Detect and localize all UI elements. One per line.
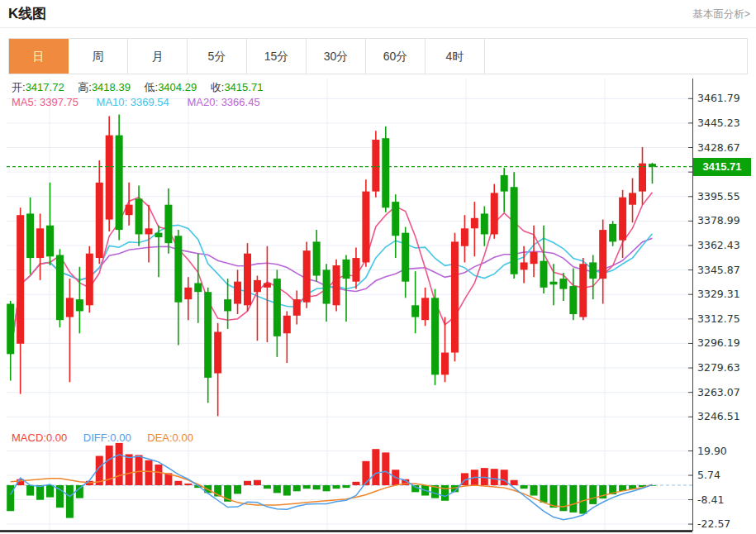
- ma20-label: MA20:: [187, 96, 218, 108]
- ma20-value: 3366.45: [221, 96, 260, 108]
- main-axis-tick-label: 3445.23: [697, 117, 740, 129]
- last-price-tag: 3415.71: [693, 158, 751, 176]
- macd-value: 0.00: [46, 431, 67, 444]
- diff-label: DIFF:: [83, 431, 111, 444]
- main-axis-tick-label: 3362.43: [697, 239, 740, 251]
- main-axis-tick-label: 3428.67: [697, 141, 740, 154]
- open-value: 3417.72: [26, 81, 64, 93]
- ma10-value: 3369.54: [131, 96, 169, 108]
- diff-value: 0.00: [110, 431, 131, 444]
- main-axis-tick-label: 3378.99: [697, 214, 740, 226]
- macd-legend: MACD:0.00 DIFF:0.00 DEA:0.00: [12, 431, 207, 444]
- open-label: 开:: [12, 81, 26, 93]
- macd-label: MACD:: [12, 431, 46, 444]
- main-axis-tick-label: 3263.07: [697, 386, 740, 398]
- low-value: 3404.29: [158, 81, 197, 93]
- low-label: 低:: [145, 81, 159, 93]
- main-axis-tick-label: 3329.31: [697, 288, 740, 300]
- high-label: 高:: [78, 81, 92, 93]
- ma5-value: 3397.75: [40, 96, 78, 108]
- close-value: 3415.71: [224, 81, 263, 93]
- main-axis-tick-label: 3296.19: [697, 336, 740, 349]
- main-axis-tick-label: 3246.51: [697, 410, 740, 422]
- ma-legend: MA5: 3397.75 MA10: 3369.54 MA20: 3366.45: [12, 96, 275, 108]
- main-axis-tick-label: 3345.87: [697, 264, 740, 276]
- main-axis-tick-label: 3461.79: [697, 92, 740, 104]
- dea-value: 0.00: [173, 431, 193, 444]
- dea-label: DEA:: [147, 431, 172, 444]
- macd-axis-tick-label: 19.90: [697, 445, 727, 457]
- macd-axis-tick-label: -22.57: [697, 517, 730, 530]
- high-value: 3418.39: [92, 81, 131, 93]
- macd-axis-tick-label: 5.74: [697, 469, 720, 481]
- ma5-label: MA5:: [12, 96, 36, 108]
- main-axis-tick-label: 3279.63: [697, 361, 740, 374]
- close-label: 收:: [211, 81, 225, 93]
- macd-axis-tick-label: -8.41: [697, 493, 724, 506]
- ma10-label: MA10:: [97, 96, 128, 108]
- ohlc-legend: 开:3417.72 高:3418.39 低:3404.29 收:3415.71: [12, 80, 273, 95]
- main-axis-tick-label: 3395.55: [697, 190, 740, 203]
- main-axis-tick-label: 3312.75: [697, 312, 740, 325]
